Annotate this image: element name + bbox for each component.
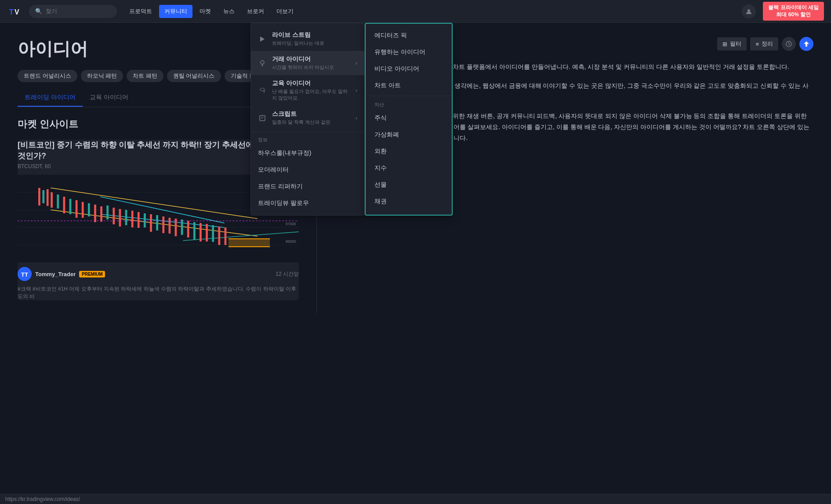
user-avatar[interactable] [742, 4, 756, 18]
svg-rect-50 [229, 238, 270, 247]
author-avatar: TT [18, 267, 32, 281]
svg-rect-39 [162, 216, 164, 233]
svg-rect-33 [125, 210, 127, 225]
sort-button[interactable]: ≡ 정리 [750, 37, 778, 50]
sub-chart-art[interactable]: 차트 아트 [366, 77, 452, 94]
svg-rect-28 [94, 205, 96, 222]
svg-point-58 [261, 61, 264, 64]
svg-rect-38 [156, 215, 158, 230]
dd-livestream[interactable]: 라이브 스트림 트레이딩, 일어나는 대로 [251, 27, 364, 51]
sub-crypto[interactable]: 가상화폐 [366, 126, 452, 143]
svg-rect-22 [57, 194, 59, 209]
svg-rect-40 [169, 218, 171, 234]
idea-bulb-icon [258, 59, 267, 68]
svg-rect-37 [150, 214, 152, 232]
chevron-right-icon-edu: › [356, 87, 357, 94]
sub-trending[interactable]: 유행하는 아이디어 [366, 44, 452, 61]
dd-houserules[interactable]: 하우스룰(내부규정) [251, 145, 364, 162]
svg-rect-49 [225, 227, 227, 245]
filter-button[interactable]: ⊞ 필터 [717, 37, 747, 50]
tag-trend[interactable]: 트렌드 어널리시스 [18, 70, 77, 82]
svg-rect-47 [212, 225, 214, 242]
history-button[interactable] [782, 37, 796, 51]
svg-text:T: T [9, 8, 14, 16]
svg-text:96000: 96000 [286, 239, 296, 244]
dd-referral[interactable]: 프랜드 리퍼하기 [251, 178, 364, 195]
svg-rect-20 [47, 189, 49, 206]
svg-rect-29 [100, 206, 102, 222]
svg-rect-30 [106, 205, 109, 220]
sub-stocks[interactable]: 주식 [366, 110, 452, 126]
nav-broker[interactable]: 브로커 [242, 5, 269, 18]
svg-rect-32 [119, 209, 121, 227]
script-icon [258, 114, 267, 122]
time-ago: 12 시간앞 [276, 270, 299, 278]
status-url: https://kr.tradingview.com/ideas/ [5, 496, 80, 502]
svg-rect-46 [206, 224, 208, 241]
premium-badge: PREMIUM [79, 271, 105, 277]
svg-rect-51 [229, 238, 270, 239]
nav-products[interactable]: 프로덕트 [124, 5, 157, 18]
topnav: T V 🔍 찾기 프로덕트 커뮤니티 마켓 뉴스 브로커 더보기 블랙 프라이데… [0, 0, 831, 23]
sub-editors-pick[interactable]: 에디터즈 픽 [366, 27, 452, 44]
tag-chart[interactable]: 차트 패턴 [127, 70, 163, 82]
promo-button[interactable]: 블랙 프라이데이 세일 최대 60% 할인 [763, 2, 824, 21]
tab-edu-ideas[interactable]: 교육 아이디어 [83, 89, 135, 107]
community-dropdown: 라이브 스트림 트레이딩, 일어나는 대로 거래 아이디어 시간을 헛되이 쓰지… [250, 23, 365, 216]
svg-text:V: V [15, 8, 19, 16]
chevron-right-icon: › [356, 60, 357, 66]
tag-quant[interactable]: 퀀틸 어널리시스 [167, 70, 221, 82]
dd-edu-ideas[interactable]: 교육 아이디어 난 배울 필요가 없어요, 아무도 말하지 않았어요. › [251, 75, 364, 106]
sub-index[interactable]: 지수 [366, 160, 452, 176]
nav-market[interactable]: 마켓 [194, 5, 216, 18]
svg-text:TT: TT [21, 271, 28, 278]
svg-rect-36 [144, 213, 146, 227]
author-info: TT Tommy_Trader PREMIUM [18, 267, 105, 281]
svg-rect-18 [38, 188, 40, 205]
sub-forex[interactable]: 외환 [366, 143, 452, 160]
nav-links: 프로덕트 커뮤니티 마켓 뉴스 브로커 더보기 [124, 5, 299, 18]
tab-trading-ideas[interactable]: 트레이딩 아이디어 [18, 89, 83, 107]
svg-rect-63 [260, 115, 265, 121]
svg-rect-24 [69, 199, 72, 214]
dd-scripts[interactable]: 스크립트 일종의 달 착륙 계산과 같은 › [251, 106, 364, 130]
sort-icon: ≡ [755, 41, 759, 47]
svg-rect-34 [131, 211, 134, 227]
tag-harmonic[interactable]: 하모닉 패턴 [81, 70, 123, 82]
svg-rect-41 [175, 219, 177, 236]
nav-news[interactable]: 뉴스 [218, 5, 240, 18]
svg-rect-21 [51, 192, 53, 208]
nav-more[interactable]: 더보기 [271, 5, 299, 18]
svg-rect-23 [63, 197, 65, 213]
info-section-label: 정보 [251, 134, 364, 145]
article-tags: #크랙 #비트코인 #1H 어제 오후부터 지속된 하락세에 하늘색 수렴의 하… [18, 285, 299, 300]
dd-follow[interactable]: 트레이딩뷰 팔로우 [251, 195, 364, 212]
chevron-right-icon-script: › [356, 115, 357, 121]
svg-rect-26 [82, 202, 84, 218]
svg-rect-44 [193, 222, 196, 240]
sub-video[interactable]: 비디오 아이디어 [366, 61, 452, 77]
svg-marker-57 [260, 36, 265, 42]
sub-bonds[interactable]: 채권 [366, 193, 452, 210]
svg-rect-48 [218, 227, 220, 245]
svg-rect-42 [181, 220, 183, 235]
search-box[interactable]: 🔍 찾기 [29, 5, 117, 18]
sub-futures[interactable]: 선물 [366, 176, 452, 193]
graduation-icon [258, 86, 267, 95]
author-row: TT Tommy_Trader PREMIUM 12 시간앞 [18, 263, 299, 283]
filter-icon: ⊞ [722, 41, 727, 47]
logo[interactable]: T V [7, 4, 22, 19]
play-icon [258, 35, 267, 43]
svg-rect-31 [112, 208, 115, 224]
dd-trade-ideas[interactable]: 거래 아이디어 시간을 헛되이 쓰지 마십시오 › [251, 51, 364, 75]
sub-asset-label: 자산 [366, 98, 452, 110]
svg-rect-43 [187, 221, 189, 238]
svg-rect-52 [229, 246, 270, 247]
publish-button[interactable] [799, 37, 813, 51]
nav-community[interactable]: 커뮤니티 [159, 5, 192, 18]
author-name: Tommy_Trader [35, 271, 76, 277]
dd-moderator[interactable]: 모더레이터 [251, 162, 364, 178]
svg-rect-25 [76, 200, 78, 218]
search-placeholder: 찾기 [46, 7, 57, 15]
svg-rect-19 [42, 190, 44, 203]
